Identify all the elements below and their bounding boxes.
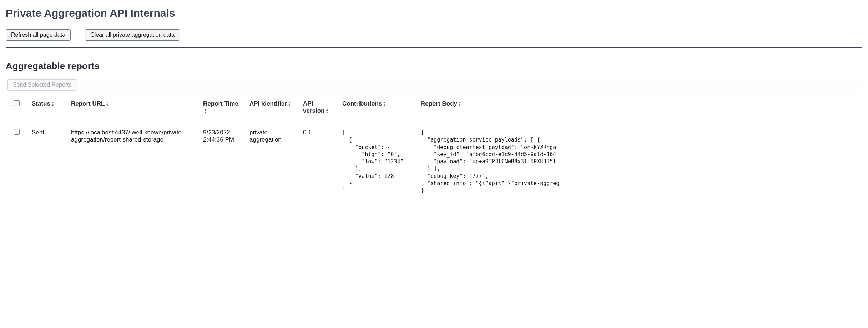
cell-status: Sent bbox=[27, 122, 67, 201]
send-selected-reports-button[interactable]: Send Selected Reports bbox=[7, 79, 77, 91]
sort-icon bbox=[106, 101, 108, 107]
table-header-row: Status Report URL Report Time API identi… bbox=[6, 93, 862, 122]
sort-icon bbox=[288, 101, 291, 107]
column-label-api-version: API version bbox=[303, 100, 324, 114]
sort-icon bbox=[51, 101, 54, 107]
reports-toolbar: Send Selected Reports bbox=[6, 77, 862, 93]
reports-table: Status Report URL Report Time API identi… bbox=[6, 93, 862, 201]
column-header-api-identifier[interactable]: API identifier bbox=[245, 93, 299, 122]
reports-table-wrapper: Status Report URL Report Time API identi… bbox=[6, 93, 862, 201]
column-header-api-version[interactable]: API version bbox=[299, 93, 338, 122]
sort-icon bbox=[326, 108, 328, 114]
cell-report-url: https://localhost:4437/.well-known/priva… bbox=[67, 122, 199, 201]
refresh-button[interactable]: Refresh all page data bbox=[6, 29, 71, 41]
aggregatable-reports-heading: Aggregatable reports bbox=[6, 61, 862, 72]
cell-report-body: { "aggregation_service_payloads": [ { "d… bbox=[417, 122, 862, 201]
column-label-report-time: Report Time bbox=[203, 100, 238, 107]
row-checkbox[interactable] bbox=[14, 129, 20, 135]
column-label-status: Status bbox=[32, 100, 50, 107]
sort-icon bbox=[383, 101, 385, 107]
cell-api-identifier: private-aggregation bbox=[245, 122, 299, 201]
table-row: Sent https://localhost:4437/.well-known/… bbox=[6, 122, 862, 201]
column-header-report-url[interactable]: Report URL bbox=[67, 93, 199, 122]
column-header-status[interactable]: Status bbox=[27, 93, 67, 122]
row-select-cell bbox=[6, 122, 27, 201]
column-label-report-url: Report URL bbox=[71, 100, 105, 107]
top-toolbar: Refresh all page data Clear all private … bbox=[6, 29, 862, 41]
clear-data-button[interactable]: Clear all private aggregation data bbox=[85, 29, 180, 41]
column-header-report-time[interactable]: Report Time bbox=[199, 93, 245, 122]
cell-report-time: 9/23/2022, 2:44:36 PM bbox=[199, 122, 245, 201]
select-all-checkbox[interactable] bbox=[14, 100, 20, 106]
page-title: Private Aggregation API Internals bbox=[6, 7, 862, 19]
column-header-contributions[interactable]: Contributions bbox=[338, 93, 417, 122]
sort-icon bbox=[458, 101, 461, 107]
cell-api-version: 0.1 bbox=[299, 122, 338, 201]
column-label-report-body: Report Body bbox=[421, 100, 457, 107]
column-label-contributions: Contributions bbox=[342, 100, 382, 107]
cell-contributions: [ { "bucket": { "high": "0", "low": "123… bbox=[338, 122, 417, 201]
section-divider bbox=[6, 47, 862, 48]
column-label-api-identifier: API identifier bbox=[249, 100, 287, 107]
column-header-report-body[interactable]: Report Body bbox=[417, 93, 862, 122]
select-all-header bbox=[6, 93, 27, 122]
sort-icon bbox=[204, 108, 207, 114]
